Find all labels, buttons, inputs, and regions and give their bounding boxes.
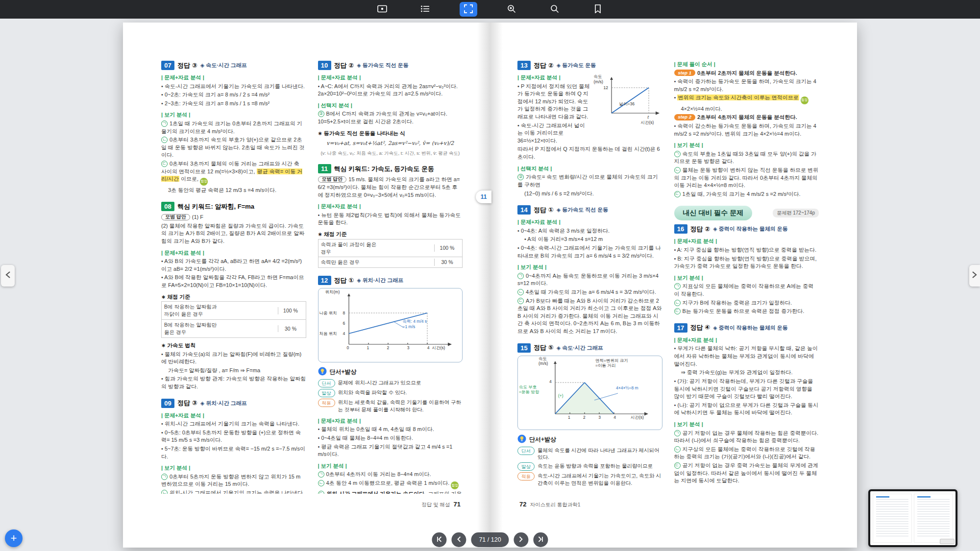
- line-badge: step 1: [674, 70, 695, 76]
- previous-spread-arrow[interactable]: [1, 265, 15, 287]
- content-line: ㄴ위치-시간 그래프에서 기울기의 크기는 속력을 나타낸다. 따라서 속력은 …: [161, 489, 306, 494]
- problem-answer: 정답 ①: [334, 276, 354, 285]
- line-text: • A: 지구 중심을 향하는 방향(연직 방향)으로 중력을 받는다.: [674, 247, 816, 253]
- line-text: | 보기 분석 |: [674, 142, 703, 148]
- x-tick-t: t: [647, 115, 649, 120]
- content-line: • 물체의 가속도(a)의 크기는 알짜힘(F)에 비례하고 질량(m)에 반비…: [161, 351, 306, 366]
- line-badge: ㄱ: [517, 273, 524, 279]
- problem-body: 모범 답안(1) F (2) 물체에 작용한 알짜힘은 질량과 가속도의 곱이다…: [161, 214, 306, 390]
- line-text: ∗ 채점 기준: [318, 231, 347, 237]
- line-text: 따라서 P 지점에서 Q 지점까지 운동하는 데 걸린 시간(t)은 6초이다.: [517, 146, 660, 160]
- trap-badge: 함정: [200, 178, 208, 186]
- area-label: 넓이=36: [619, 101, 635, 107]
- line-text: 속도의 부호는 1초일 때와 3초일 때 모두 양(+)의 값을 가지므로 운동…: [674, 151, 817, 165]
- content-line: step 22초부터 4초까지 물체의 운동을 분석한다.: [674, 114, 819, 121]
- line-text: | 문제+자료 분석 |: [318, 203, 361, 209]
- line-value: 30 %: [278, 325, 303, 333]
- content-line: ∗ 채점 기준: [318, 231, 463, 239]
- problem-header: 09 정답 ③ ◈ 위치·시간 그래프: [161, 399, 306, 408]
- content-line: ㄷ위치-시간 그래프에서 기울기는 속도이다. 그래프의 기울기가 일정하므로 …: [318, 490, 463, 494]
- page-footer: 정답 및 해설 71: [421, 501, 463, 508]
- first-page-icon: [436, 536, 442, 544]
- problem-body: | 문제+자료 분석 | • 물체의 위치는 0초일 때 4 m, 4초일 때 …: [318, 417, 463, 494]
- problem-answer: 정답 ④: [690, 323, 710, 332]
- footer-page-number: 71: [454, 501, 461, 508]
- problem-topic: ◈ 중력이 작용하는 물체의 운동: [713, 225, 788, 233]
- problem-header: 16 정답 ② ◈ 중력이 작용하는 물체의 운동: [674, 224, 819, 234]
- page71-column-2: 10 정답 ② ◈ 등가속도 직선 운동 | 문제+자료 분석 | • A~C:…: [318, 57, 463, 494]
- problem-topic: ◈ 속도·시간 그래프: [200, 62, 247, 69]
- content-line: ②가속도= 속도 변화량/시간 이므로 물체의 가속도의 크기를 구하면: [517, 173, 662, 189]
- search-button[interactable]: [546, 2, 564, 17]
- y-tick-4: 4: [549, 379, 552, 384]
- first-page-button[interactable]: [432, 532, 446, 547]
- line-text: • 2~3초: 가속도의 크기 a= 8 m/s / 1 s =8 m/s²: [161, 100, 270, 106]
- last-page-button[interactable]: [534, 532, 548, 547]
- content-line: 속력만 옳은 경우30 %: [318, 257, 463, 268]
- contents-button[interactable]: [416, 2, 434, 17]
- next-page-button[interactable]: [514, 532, 529, 547]
- problem-17: 17 정답 ④ ◈ 중력이 작용하는 물체의 운동 | 문제+자료 분석 | •…: [674, 323, 819, 485]
- content-line: ㄷ1초일 때, 가속도의 크기는 4 m/s/2 s =2 m/s²이다.: [674, 191, 819, 198]
- display-icon: [377, 5, 387, 14]
- later-position-label: 나중 위치: [319, 311, 337, 316]
- content-line: ㄴ0초부터 3초까지 속도의 부호가 양(+)으로 같으므로 2초일 때 운동 …: [161, 136, 306, 159]
- line-badge: 모범 답안: [318, 176, 347, 183]
- content-line: B에 작용하는 알짜힘만 옳은 경우30 %: [161, 319, 306, 338]
- line-badge: ㄱ: [674, 430, 681, 436]
- next-spread-arrow[interactable]: [969, 265, 980, 287]
- line-badge: ㄴ: [674, 300, 681, 306]
- content-line: v=v₀+at, s=v₀t+½at², 2as=v²−v₀², v̄= (v₀…: [318, 140, 463, 147]
- problem-header: 14 정답 ① ◈ 등가속도 직선 운동: [517, 205, 662, 215]
- prev-page-button[interactable]: [451, 532, 466, 547]
- content-line: | 문제 풀이 순서 |: [674, 61, 819, 69]
- line-text: | 보기 분석 |: [318, 463, 347, 469]
- hint-tag: 발상: [318, 389, 335, 397]
- line-badge: ㄴ: [674, 446, 681, 453]
- x-axis-label: 시간(s): [432, 345, 445, 351]
- x-axis-label: 시간(s): [641, 120, 654, 125]
- problem-topic: ◈ 위치·시간 그래프: [357, 277, 403, 284]
- preview-thumbnail[interactable]: [868, 489, 957, 547]
- line-text: 2초부터 4초까지 물체의 운동을 분석한다.: [697, 114, 797, 120]
- line-text: • (가): 공기 저항이 작용하는데, 무게가 다른 깃털과 구슬을 동시에 …: [674, 378, 813, 399]
- problem-topic: ◈ 등가속도 직선 운동: [357, 62, 409, 69]
- line-text: 속력만 옳은 경우: [321, 259, 378, 266]
- content-line: • 속력이 증가하는 등가속도 운동을 하며, 가속도의 크기는 4 m/s/2…: [674, 78, 819, 93]
- zoom-in-button[interactable]: [503, 2, 520, 17]
- content-line: ㄴ4초일 때 가속도의 크기는 a= 6 m/s/4 s = 3/2 m/s²이…: [517, 288, 662, 296]
- unit-tab[interactable]: 11: [476, 191, 491, 203]
- hint-row: 발상 위치와 속력을 파악할 수 있다.: [318, 389, 463, 397]
- content-line: 따라서 P 지점에서 Q 지점까지 운동하는 데 걸린 시간(t)은 6초이다.: [517, 145, 662, 161]
- content-line: | 보기 분석 |: [674, 274, 819, 282]
- content-line: • 0~4초: 속력-시간 그래프에서 기울기는 가속도의 크기를 나타내므로 …: [517, 244, 662, 260]
- problem-topic: ◈ 속도·시간 그래프: [557, 344, 603, 352]
- hint-box: 단서+발상 단서 물체의 속도를 시간에 따라 나타낸 그래프가 제시되어 있다…: [517, 434, 662, 487]
- problem-number-badge: 12: [318, 276, 331, 285]
- content-line: | 보기 분석 |: [161, 464, 306, 472]
- hint-row: 적용 위치는 세로축의 값을, 속력은 기울기를 이용하여 구하는 것부터 문제…: [318, 399, 463, 413]
- solution-steps: | 문제 풀이 순서 | step 10초부터 2초까지 물체의 운동을 분석한…: [674, 61, 819, 198]
- graph-axes: [594, 74, 662, 123]
- content-line: ㄴ물체는 운동 방향이 변하지 않는 직선 운동을 하므로 변위의 크기는 이동…: [674, 167, 819, 190]
- hint-text: 문제에 위치-시간 그래프가 있으므로: [338, 379, 421, 386]
- problem-body: | 문제+자료 분석 | • 속도-시간 그래프에서 기울기는 가속도의 크기를…: [161, 74, 306, 194]
- x-ticks: 1 2 3 4: [367, 345, 430, 351]
- line-text: • 0~4초일 때 물체는 8−4=4 m 이동한다.: [318, 435, 413, 441]
- problem-11: 11 핵심 키워드: 가속도, 등가속도 운동 모범 답안15 m/s. 물체의…: [318, 164, 463, 268]
- y-axis-label: 속도 (m/s): [594, 74, 603, 84]
- content-line: | 문제+자료 분석 |: [161, 412, 306, 420]
- page-indicator[interactable]: 71 / 120: [471, 532, 509, 547]
- line-text: ∗ 가속도 법칙: [161, 342, 196, 348]
- problem-13: 13 정답 ② ◈ 등가속도 운동: [517, 61, 662, 197]
- display-mode-button[interactable]: [373, 2, 391, 17]
- line-badge: ②: [318, 111, 324, 117]
- problem-answer: 핵심 키워드: 가속도, 등가속도 운동: [334, 165, 434, 173]
- add-note-button[interactable]: +: [5, 529, 23, 547]
- line-text: • A~C: A에서 C까지 속력과 거리의 관계는 2as=v²−v₀²이다.…: [318, 83, 458, 97]
- line-text: 4×2×½=4 m이다.: [681, 106, 722, 112]
- fullscreen-button[interactable]: [460, 2, 477, 17]
- bookmark-button[interactable]: [589, 2, 607, 17]
- line-text: • 속력이 감소하는 등가속도 운동을 하며, 가속도의 크기는 4 m/s/2…: [674, 123, 816, 137]
- line-text: | 문제+자료 분석 |: [318, 418, 361, 424]
